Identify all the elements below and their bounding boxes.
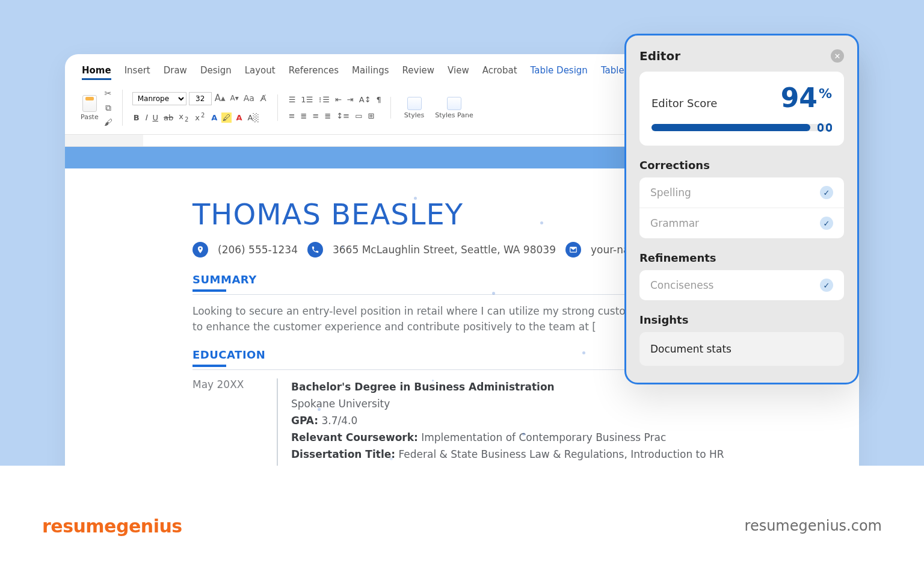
refinements-heading: Refinements xyxy=(639,251,844,264)
score-card: Editor Score 94% xyxy=(639,72,844,146)
phone-icon xyxy=(307,242,323,258)
spelling-label: Spelling xyxy=(650,187,691,199)
address-text: 3665 McLaughlin Street, Seattle, WA 9803… xyxy=(333,244,556,256)
editor-title: Editor xyxy=(639,49,680,63)
decrease-indent-icon[interactable]: ⇤ xyxy=(334,94,343,105)
show-marks-icon[interactable]: ¶ xyxy=(375,94,383,105)
gpa-label: GPA: xyxy=(291,415,318,427)
tab-layout[interactable]: Layout xyxy=(245,65,276,80)
location-icon xyxy=(192,242,208,258)
tab-view[interactable]: View xyxy=(448,65,469,80)
site-url: resumegenius.com xyxy=(745,517,882,534)
clear-formatting-icon[interactable]: A̸ xyxy=(257,92,270,104)
tab-home[interactable]: Home xyxy=(82,65,111,80)
paste-label: Paste xyxy=(81,113,99,121)
sort-icon[interactable]: A↕ xyxy=(358,94,372,105)
email-icon xyxy=(565,242,581,258)
tab-table-design[interactable]: Table Design xyxy=(531,65,588,80)
styles-pane-button[interactable]: Styles Pane xyxy=(431,97,476,119)
paste-button[interactable]: Paste xyxy=(81,95,99,121)
gpa-value: 3.7/4.0 xyxy=(318,415,357,427)
styles-pane-icon xyxy=(447,97,461,110)
text-effects-icon[interactable]: A xyxy=(210,113,218,123)
copy-icon[interactable]: ⧉ xyxy=(102,102,114,114)
tab-review[interactable]: Review xyxy=(402,65,435,80)
shading-icon[interactable]: ▭ xyxy=(354,111,363,121)
tab-mailings[interactable]: Mailings xyxy=(352,65,389,80)
correction-grammar[interactable]: Grammar ✓ xyxy=(639,208,844,238)
format-painter-icon[interactable]: 🖌 xyxy=(102,116,114,128)
score-label: Editor Score xyxy=(651,97,717,109)
grammar-label: Grammar xyxy=(650,217,699,229)
corrections-list: Spelling ✓ Grammar ✓ xyxy=(639,177,844,238)
refinement-conciseness[interactable]: Conciseness ✓ xyxy=(639,270,844,300)
resumegenius-logo: resumegenius xyxy=(42,516,182,537)
styles-icon xyxy=(407,97,422,110)
tab-draw[interactable]: Draw xyxy=(164,65,187,80)
clipboard-icon xyxy=(82,95,97,112)
tab-design[interactable]: Design xyxy=(200,65,232,80)
score-progress-bar xyxy=(651,124,832,131)
change-case-icon[interactable]: Aa xyxy=(243,92,255,104)
footer-bar: resumegenius resumegenius.com xyxy=(0,466,924,586)
score-value: 94% xyxy=(781,82,832,113)
align-center-icon[interactable]: ≣ xyxy=(300,111,309,121)
bold-button[interactable]: B xyxy=(132,113,141,123)
subscript-button[interactable]: x2 xyxy=(177,111,191,123)
tab-acrobat[interactable]: Acrobat xyxy=(482,65,517,80)
line-spacing-icon[interactable]: ↕≡ xyxy=(335,111,351,121)
align-right-icon[interactable]: ≡ xyxy=(312,111,321,121)
font-color-icon[interactable]: A xyxy=(235,113,243,123)
superscript-button[interactable]: x2 xyxy=(194,111,207,123)
correction-spelling[interactable]: Spelling ✓ xyxy=(639,177,844,208)
increase-font-icon[interactable]: A▴ xyxy=(214,92,226,104)
editor-panel: Editor ✕ Editor Score 94% Corrections Sp… xyxy=(624,34,859,384)
justify-icon[interactable]: ≣ xyxy=(323,111,332,121)
styles-label: Styles xyxy=(404,111,424,119)
document-stats-label: Document stats xyxy=(650,343,732,355)
document-stats-item[interactable]: Document stats xyxy=(639,332,844,366)
font-family-select[interactable]: Manrope xyxy=(132,92,186,105)
strikethrough-button[interactable]: ab xyxy=(162,113,174,123)
check-icon: ✓ xyxy=(820,186,833,199)
highlight-icon[interactable]: 🖊 xyxy=(221,113,232,123)
phone-text: (206) 555-1234 xyxy=(218,244,298,256)
align-left-icon[interactable]: ≡ xyxy=(288,111,297,121)
university-text: Spokane University xyxy=(291,395,732,412)
styles-gallery-button[interactable]: Styles xyxy=(401,97,428,119)
character-shading-icon[interactable]: A░ xyxy=(246,113,260,123)
conciseness-label: Conciseness xyxy=(650,279,713,291)
tab-insert[interactable]: Insert xyxy=(125,65,150,80)
dissertation-label: Dissertation Title: xyxy=(291,448,395,460)
styles-pane-label: Styles Pane xyxy=(435,111,473,119)
cut-icon[interactable]: ✂ xyxy=(102,87,114,99)
check-icon: ✓ xyxy=(820,217,833,230)
underline-button[interactable]: U xyxy=(151,113,159,123)
corrections-heading: Corrections xyxy=(639,159,844,171)
check-icon: ✓ xyxy=(820,279,833,292)
insights-heading: Insights xyxy=(639,313,844,326)
refinements-list: Conciseness ✓ xyxy=(639,270,844,300)
numbering-icon[interactable]: 1☰ xyxy=(300,94,314,105)
tab-references[interactable]: References xyxy=(289,65,339,80)
borders-icon[interactable]: ⊞ xyxy=(366,111,375,121)
font-size-input[interactable] xyxy=(189,92,212,105)
italic-button[interactable]: I xyxy=(144,113,149,123)
coursework-label: Relevant Coursework: xyxy=(291,431,418,443)
decrease-font-icon[interactable]: A▾ xyxy=(229,92,241,104)
increase-indent-icon[interactable]: ⇥ xyxy=(346,94,355,105)
bullets-icon[interactable]: ☰ xyxy=(288,94,297,105)
multilevel-list-icon[interactable]: ⫶☰ xyxy=(317,94,331,105)
coursework-value: Implementation of Contemporary Business … xyxy=(418,431,666,443)
close-icon[interactable]: ✕ xyxy=(831,49,844,63)
